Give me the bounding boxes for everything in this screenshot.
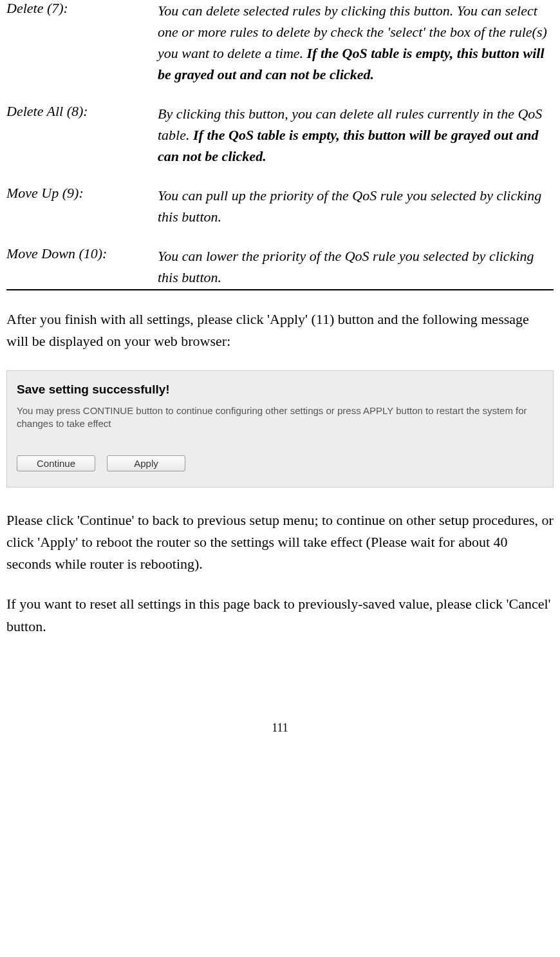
continue-button[interactable]: Continue xyxy=(17,455,95,471)
definition-row: Delete (7): You can delete selected rule… xyxy=(6,0,554,85)
page-number: 111 xyxy=(6,721,554,748)
definition-description: You can lower the priority of the QoS ru… xyxy=(158,245,554,288)
definition-row: Move Down (10): You can lower the priori… xyxy=(6,245,554,288)
save-success-title: Save setting successfully! xyxy=(17,383,543,397)
definition-term: Move Up (9): xyxy=(6,185,158,227)
definition-term: Delete (7): xyxy=(6,0,158,85)
apply-button[interactable]: Apply xyxy=(107,455,185,471)
definition-term: Delete All (8): xyxy=(6,103,158,167)
definition-description: You can pull up the priority of the QoS … xyxy=(158,185,554,227)
definition-term: Move Down (10): xyxy=(6,245,158,288)
paragraph-after-settings: After you finish with all settings, plea… xyxy=(6,308,554,352)
save-success-message: You may press CONTINUE button to continu… xyxy=(17,404,543,430)
definitions-section: Delete (7): You can delete selected rule… xyxy=(6,0,554,290)
save-confirmation-screenshot: Save setting successfully! You may press… xyxy=(6,370,554,488)
paragraph-continue-apply: Please click 'Continue' to back to previ… xyxy=(6,509,554,575)
definition-description: By clicking this button, you can delete … xyxy=(158,103,554,167)
definition-row: Move Up (9): You can pull up the priorit… xyxy=(6,185,554,227)
definition-row: Delete All (8): By clicking this button,… xyxy=(6,103,554,167)
definition-description: You can delete selected rules by clickin… xyxy=(158,0,554,85)
button-row: Continue Apply xyxy=(17,455,543,471)
paragraph-cancel: If you want to reset all settings in thi… xyxy=(6,593,554,637)
